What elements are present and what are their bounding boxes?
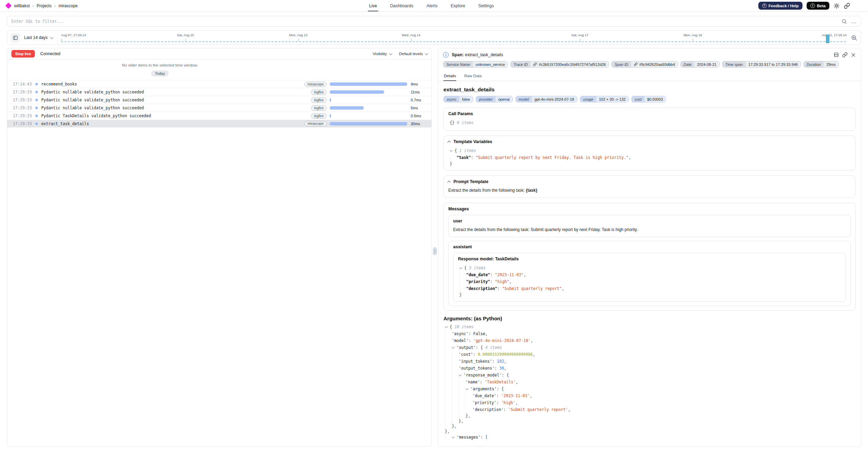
beta-badge[interactable]: i Beta (807, 2, 829, 10)
collapse-chevron-icon[interactable] (447, 180, 451, 184)
expand-chevron-icon[interactable] (445, 325, 448, 328)
timeline-tick-label: Aug 21, 17:26:14 (822, 33, 847, 37)
expand-chevron-icon[interactable] (450, 149, 452, 152)
time-range-dropdown[interactable]: Last 14 days (20, 35, 57, 40)
more-options-icon[interactable]: … (851, 18, 857, 24)
duration-label: 5ms (411, 106, 429, 110)
scope-tag[interactable]: mirascope (305, 121, 327, 126)
log-row[interactable]: 17:29:33Pydantic TaskDetails validate_py… (7, 112, 431, 120)
tab-settings[interactable]: Settings (478, 0, 494, 11)
breadcrumb-projects[interactable]: Projects (37, 3, 51, 8)
code-line: 'due_date': '2023-11-03', (443, 392, 856, 399)
tab-raw-data[interactable]: Raw Data (464, 71, 482, 81)
timeline-tick-mark (186, 39, 186, 41)
split-view-icon[interactable] (834, 52, 839, 58)
timeline-tick-label: Mon, Aug 19 (684, 33, 702, 37)
sidebar-toggle-icon[interactable] (11, 33, 20, 42)
tab-live[interactable]: Live (369, 0, 377, 11)
span-diamond-icon (35, 106, 38, 109)
tab-details[interactable]: Details (443, 71, 456, 81)
timeline-tick-mark (298, 39, 299, 41)
copy-link-icon[interactable] (842, 52, 848, 58)
indent-guide (445, 372, 452, 379)
visibility-dropdown[interactable]: Visibility (373, 52, 391, 56)
breadcrumb-org[interactable]: willbakst (14, 3, 30, 8)
code-line: 'input_tokens': 102, (443, 358, 856, 365)
log-timestamp: 17:29:33 (13, 106, 32, 110)
search-icon[interactable] (841, 19, 847, 24)
indent-guide (445, 399, 452, 406)
span-title: Span: extract_task_details (452, 52, 503, 57)
code-line: 'arguments': { (443, 385, 856, 392)
template-variables-json: { 1 items"task": "Submit quarterly repor… (448, 147, 851, 166)
feedback-help-button[interactable]: ? Feedback / Help (758, 2, 803, 10)
tab-dashboards[interactable]: Dashboards (390, 0, 413, 11)
timeline-tick-label: Aug 07, 17:26:14 (61, 33, 86, 37)
timeline-track[interactable]: Aug 07, 17:26:14Sat, Aug 10Mon, Aug 12We… (57, 31, 847, 44)
indent-guide (466, 399, 472, 406)
log-row[interactable]: 17:29:33extract_task_detailsmirascope30m… (7, 120, 431, 128)
stop-live-button[interactable]: Stop live (11, 50, 35, 58)
indent-guide (450, 154, 457, 161)
attribute-tag-async: asyncfalse (443, 96, 473, 102)
tab-explore[interactable]: Explore (451, 0, 465, 11)
scope-tag[interactable]: logfire (311, 106, 327, 111)
log-row[interactable]: 17:29:33Pydantic nullable validate_pytho… (7, 104, 431, 112)
expand-chevron-icon[interactable] (452, 435, 455, 438)
code-line: }, (443, 413, 856, 418)
indent-guide (452, 413, 459, 418)
span-detail-content: extract_task_details asyncfalseprovidero… (438, 81, 861, 447)
response-model-card: Response model: TaskDetails { 3 items"du… (453, 253, 846, 302)
indent-guide (459, 385, 466, 392)
scope-tag[interactable]: logfire (311, 98, 327, 103)
expand-chevron-icon[interactable] (459, 266, 462, 269)
template-variables-title[interactable]: Template Variables (448, 139, 851, 144)
breadcrumb-project-name[interactable]: mirascope (59, 3, 78, 8)
log-row[interactable]: 17:29:33Pydantic nullable validate_pytho… (7, 96, 431, 104)
scope-tag[interactable]: logfire (311, 113, 327, 119)
share-link-icon[interactable] (844, 3, 850, 9)
prompt-template-variable: {task} (526, 188, 537, 193)
zoom-in-icon[interactable] (851, 34, 857, 41)
log-row[interactable]: 17:29:33Pydantic nullable validate_pytho… (7, 88, 431, 96)
span-meta-tags: Service Nameunknown_serviceTrace ID#c3b5… (438, 60, 861, 71)
code-line: "due_date": "2023-11-03", (458, 271, 841, 278)
arguments-python-tree: { 10 items'async': False,'model': 'gpt-4… (443, 323, 856, 441)
duration-bar-track (330, 90, 407, 94)
expand-chevron-icon[interactable] (452, 346, 455, 349)
panel-splitter[interactable] (432, 48, 438, 447)
metadata-tag-date: Date2024-08-21 (680, 61, 720, 68)
call-params-title: Call Params (448, 111, 851, 116)
expand-chevron-icon[interactable] (466, 387, 468, 390)
tab-alerts[interactable]: Alerts (427, 0, 438, 11)
chevron-down-icon (425, 52, 428, 55)
theme-toggle-icon[interactable] (834, 3, 840, 9)
user-avatar[interactable] (854, 2, 862, 10)
span-attribute-tags: asyncfalseprovideropenaimodelgpt-4o-mini… (443, 96, 856, 102)
scope-tag[interactable]: logfire (311, 90, 327, 95)
scope-tag[interactable]: mirascope (305, 82, 327, 87)
empty-window-notice: No older items in the selected time wind… (7, 63, 313, 67)
expand-chevron-icon[interactable] (459, 373, 461, 376)
default-levels-dropdown[interactable]: Default levels (399, 52, 427, 56)
code-line: 'cost': 0.000033299999999999996, (443, 351, 856, 358)
indent-guide (452, 351, 459, 358)
indent-guide (459, 271, 466, 278)
close-icon[interactable] (851, 52, 856, 58)
timeline-tick-mark (580, 39, 580, 41)
splitter-drag-handle-icon[interactable] (433, 247, 437, 255)
span-diamond-icon (35, 90, 38, 93)
code-line: 'response_model': { (443, 372, 856, 379)
log-row[interactable]: 17:14:43recommend_booksmirascope9ms (7, 80, 431, 88)
live-empty-state: No older items in the selected time wind… (7, 60, 431, 80)
timeline-tick-mark (61, 39, 61, 41)
duration-bar (330, 106, 364, 110)
sql-filter-input[interactable] (11, 19, 837, 24)
prompt-template-title[interactable]: Prompt Template (448, 179, 851, 184)
indent-guide (445, 344, 452, 351)
timeline-selection[interactable] (826, 35, 829, 43)
assistant-role-label: assistant (453, 244, 846, 249)
top-navigation-bar: willbakst › Projects › mirascope LiveDas… (0, 0, 868, 12)
logfire-logo-icon[interactable] (5, 2, 11, 9)
collapse-chevron-icon[interactable] (447, 140, 451, 144)
